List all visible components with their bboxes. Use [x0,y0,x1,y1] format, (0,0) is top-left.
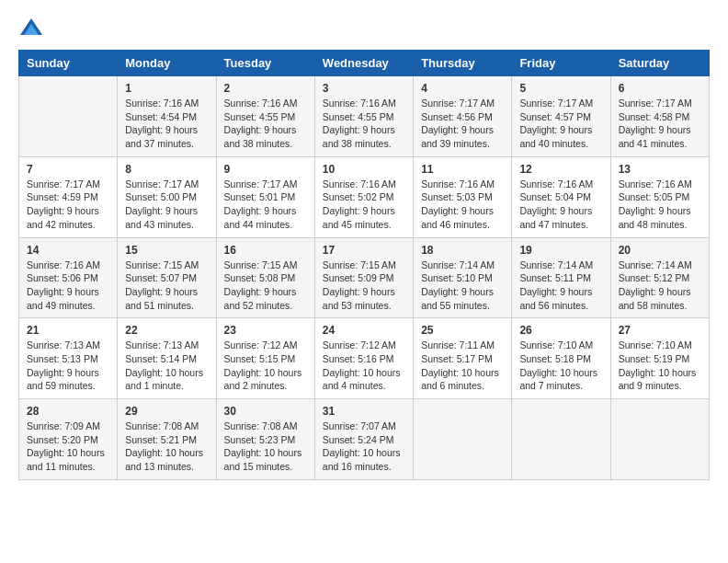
calendar-cell: 3Sunrise: 7:16 AM Sunset: 4:55 PM Daylig… [314,76,413,157]
calendar-cell: 27Sunrise: 7:10 AM Sunset: 5:19 PM Dayli… [610,318,709,399]
day-info: Sunrise: 7:12 AM Sunset: 5:16 PM Dayligh… [323,339,405,393]
day-info: Sunrise: 7:16 AM Sunset: 4:55 PM Dayligh… [323,97,405,151]
day-number: 22 [125,324,208,337]
logo-icon [18,15,44,40]
day-number: 31 [323,405,405,418]
calendar-cell: 26Sunrise: 7:10 AM Sunset: 5:18 PM Dayli… [512,318,610,399]
day-info: Sunrise: 7:16 AM Sunset: 5:02 PM Dayligh… [323,178,405,232]
calendar-cell: 19Sunrise: 7:14 AM Sunset: 5:11 PM Dayli… [512,237,610,318]
day-number: 7 [27,163,109,176]
calendar-cell: 1Sunrise: 7:16 AM Sunset: 4:54 PM Daylig… [118,76,216,157]
day-number: 27 [619,324,701,337]
day-number: 21 [27,324,109,337]
week-row-4: 21Sunrise: 7:13 AM Sunset: 5:13 PM Dayli… [19,318,710,399]
day-info: Sunrise: 7:12 AM Sunset: 5:15 PM Dayligh… [224,339,307,393]
day-info: Sunrise: 7:09 AM Sunset: 5:20 PM Dayligh… [27,419,109,474]
calendar-cell: 10Sunrise: 7:16 AM Sunset: 5:02 PM Dayli… [314,156,413,237]
calendar-cell: 12Sunrise: 7:16 AM Sunset: 5:04 PM Dayli… [512,156,610,237]
column-header-saturday: Saturday [610,51,709,76]
calendar-cell: 11Sunrise: 7:16 AM Sunset: 5:03 PM Dayli… [414,156,512,237]
day-number: 26 [519,324,602,337]
day-info: Sunrise: 7:17 AM Sunset: 5:01 PM Dayligh… [224,178,307,232]
day-info: Sunrise: 7:08 AM Sunset: 5:21 PM Dayligh… [125,419,208,474]
column-header-sunday: Sunday [19,51,118,76]
calendar-cell: 25Sunrise: 7:11 AM Sunset: 5:17 PM Dayli… [414,318,512,399]
day-number: 25 [421,324,504,337]
calendar-cell: 4Sunrise: 7:17 AM Sunset: 4:56 PM Daylig… [414,76,512,157]
day-number: 10 [323,163,405,176]
day-number: 5 [519,82,602,95]
page-header [18,15,710,40]
day-info: Sunrise: 7:16 AM Sunset: 5:03 PM Dayligh… [421,178,504,232]
calendar-cell: 29Sunrise: 7:08 AM Sunset: 5:21 PM Dayli… [118,399,216,480]
calendar-cell: 8Sunrise: 7:17 AM Sunset: 5:00 PM Daylig… [118,156,216,237]
day-number: 9 [224,163,307,176]
calendar-cell: 30Sunrise: 7:08 AM Sunset: 5:23 PM Dayli… [216,399,314,480]
day-info: Sunrise: 7:16 AM Sunset: 5:05 PM Dayligh… [619,178,701,232]
day-info: Sunrise: 7:15 AM Sunset: 5:07 PM Dayligh… [125,259,208,313]
calendar-cell: 31Sunrise: 7:07 AM Sunset: 5:24 PM Dayli… [314,399,413,480]
day-number: 15 [125,244,208,257]
day-info: Sunrise: 7:15 AM Sunset: 5:08 PM Dayligh… [224,259,307,313]
day-number: 20 [619,244,701,257]
day-info: Sunrise: 7:10 AM Sunset: 5:19 PM Dayligh… [619,339,701,393]
day-info: Sunrise: 7:17 AM Sunset: 4:58 PM Dayligh… [619,97,701,151]
logo [18,15,48,40]
week-row-5: 28Sunrise: 7:09 AM Sunset: 5:20 PM Dayli… [19,399,710,480]
day-number: 13 [619,163,701,176]
day-number: 24 [323,324,405,337]
day-number: 8 [125,163,208,176]
day-number: 4 [421,82,504,95]
calendar-cell [19,76,118,157]
day-number: 30 [224,405,307,418]
column-header-tuesday: Tuesday [216,51,314,76]
day-number: 23 [224,324,307,337]
day-info: Sunrise: 7:10 AM Sunset: 5:18 PM Dayligh… [519,339,602,393]
calendar-header-row: SundayMondayTuesdayWednesdayThursdayFrid… [19,51,710,76]
day-number: 3 [323,82,405,95]
day-number: 19 [519,244,602,257]
calendar-cell: 2Sunrise: 7:16 AM Sunset: 4:55 PM Daylig… [216,76,314,157]
day-number: 18 [421,244,504,257]
day-info: Sunrise: 7:17 AM Sunset: 4:57 PM Dayligh… [519,97,602,151]
calendar-cell: 22Sunrise: 7:13 AM Sunset: 5:14 PM Dayli… [118,318,216,399]
column-header-friday: Friday [512,51,610,76]
day-info: Sunrise: 7:15 AM Sunset: 5:09 PM Dayligh… [323,259,405,313]
calendar-cell [512,399,610,480]
column-header-thursday: Thursday [414,51,512,76]
day-info: Sunrise: 7:17 AM Sunset: 4:59 PM Dayligh… [27,178,109,232]
day-number: 17 [323,244,405,257]
day-info: Sunrise: 7:16 AM Sunset: 5:04 PM Dayligh… [519,178,602,232]
day-info: Sunrise: 7:14 AM Sunset: 5:12 PM Dayligh… [619,259,701,313]
day-number: 12 [519,163,602,176]
week-row-1: 1Sunrise: 7:16 AM Sunset: 4:54 PM Daylig… [19,76,710,157]
day-info: Sunrise: 7:13 AM Sunset: 5:13 PM Dayligh… [27,339,109,393]
day-number: 1 [125,82,208,95]
calendar-cell: 20Sunrise: 7:14 AM Sunset: 5:12 PM Dayli… [610,237,709,318]
day-number: 14 [27,244,109,257]
calendar-table: SundayMondayTuesdayWednesdayThursdayFrid… [18,50,710,480]
day-info: Sunrise: 7:16 AM Sunset: 5:06 PM Dayligh… [27,259,109,313]
day-info: Sunrise: 7:08 AM Sunset: 5:23 PM Dayligh… [224,419,307,474]
day-info: Sunrise: 7:16 AM Sunset: 4:54 PM Dayligh… [125,97,208,151]
calendar-cell: 17Sunrise: 7:15 AM Sunset: 5:09 PM Dayli… [314,237,413,318]
calendar-cell: 5Sunrise: 7:17 AM Sunset: 4:57 PM Daylig… [512,76,610,157]
week-row-2: 7Sunrise: 7:17 AM Sunset: 4:59 PM Daylig… [19,156,710,237]
calendar-cell [414,399,512,480]
calendar-cell: 18Sunrise: 7:14 AM Sunset: 5:10 PM Dayli… [414,237,512,318]
column-header-monday: Monday [118,51,216,76]
day-info: Sunrise: 7:14 AM Sunset: 5:10 PM Dayligh… [421,259,504,313]
day-number: 28 [27,405,109,418]
day-number: 16 [224,244,307,257]
day-info: Sunrise: 7:17 AM Sunset: 4:56 PM Dayligh… [421,97,504,151]
calendar-cell: 23Sunrise: 7:12 AM Sunset: 5:15 PM Dayli… [216,318,314,399]
day-info: Sunrise: 7:13 AM Sunset: 5:14 PM Dayligh… [125,339,208,393]
day-info: Sunrise: 7:14 AM Sunset: 5:11 PM Dayligh… [519,259,602,313]
day-info: Sunrise: 7:11 AM Sunset: 5:17 PM Dayligh… [421,339,504,393]
day-number: 6 [619,82,701,95]
day-info: Sunrise: 7:17 AM Sunset: 5:00 PM Dayligh… [125,178,208,232]
day-number: 2 [224,82,307,95]
day-info: Sunrise: 7:07 AM Sunset: 5:24 PM Dayligh… [323,419,405,474]
week-row-3: 14Sunrise: 7:16 AM Sunset: 5:06 PM Dayli… [19,237,710,318]
day-info: Sunrise: 7:16 AM Sunset: 4:55 PM Dayligh… [224,97,307,151]
